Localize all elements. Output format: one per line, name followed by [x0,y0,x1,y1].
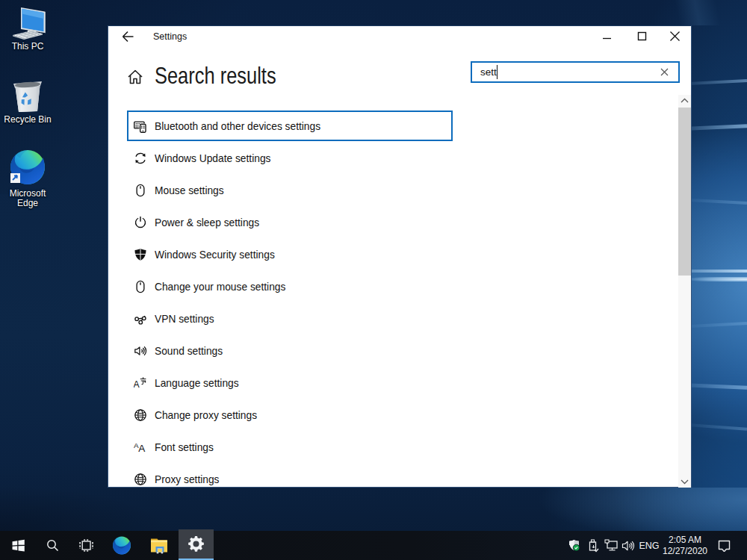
svg-text:A: A [134,379,140,390]
svg-text:A: A [138,443,145,454]
